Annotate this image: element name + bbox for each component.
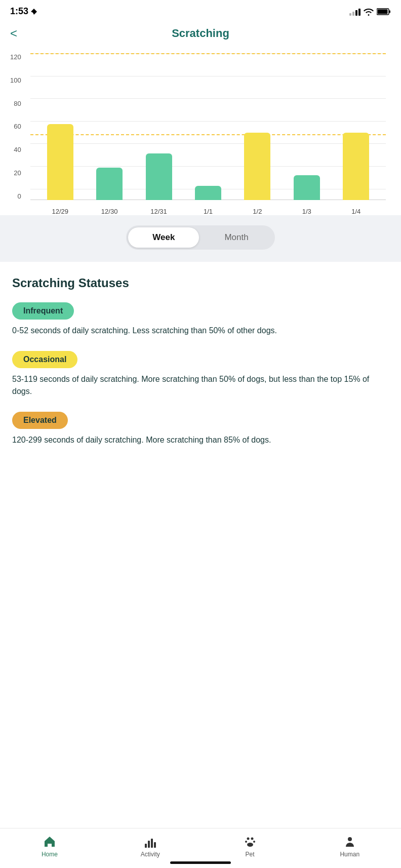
svg-point-9 (245, 841, 247, 843)
desc-elevated: 120-299 seconds of daily scratching. Mor… (12, 434, 389, 446)
y-label-80: 80 (14, 100, 21, 107)
svg-point-8 (251, 838, 253, 840)
signal-icon (349, 8, 360, 16)
content-section: Scratching Statuses Infrequent 0-52 seco… (0, 262, 401, 511)
nav-item-pet[interactable]: Pet (243, 835, 257, 858)
status-item-elevated: Elevated 120-299 seconds of daily scratc… (12, 412, 389, 446)
home-indicator (170, 861, 231, 864)
header: < Scratching (0, 21, 401, 48)
y-label-60: 60 (14, 123, 21, 130)
status-item-occasional: Occasional 53-119 seconds of daily scrat… (12, 351, 389, 398)
activity-icon (143, 835, 157, 849)
svg-rect-5 (151, 839, 153, 848)
svg-rect-2 (389, 10, 391, 13)
badge-infrequent: Infrequent (12, 302, 74, 320)
toggle-container: Week Month (0, 215, 401, 262)
x-label-13: 1/3 (282, 208, 331, 215)
nav-label-activity: Activity (141, 851, 160, 858)
bar-1230 (96, 168, 123, 201)
svg-point-11 (247, 843, 253, 847)
badge-elevated: Elevated (12, 412, 68, 429)
svg-point-10 (253, 841, 255, 843)
y-label-40: 40 (14, 146, 21, 153)
status-time: 1:53 (10, 6, 28, 17)
svg-point-7 (247, 838, 249, 840)
y-label-120: 120 (10, 53, 21, 61)
nav-label-human: Human (340, 851, 359, 858)
x-label-1229: 12/29 (35, 208, 85, 215)
nav-label-home: Home (42, 851, 58, 858)
x-axis: 12/29 12/30 12/31 1/1 1/2 1/3 1/4 (30, 208, 386, 215)
nav-item-human[interactable]: Human (340, 835, 359, 858)
bar-group-1229 (35, 124, 85, 201)
x-label-11: 1/1 (183, 208, 232, 215)
bar-1231 (146, 153, 172, 200)
back-button[interactable]: < (10, 27, 17, 40)
bar-group-14 (332, 133, 381, 200)
svg-rect-6 (154, 842, 156, 848)
toggle-group: Week Month (126, 225, 274, 250)
bar-group-1230 (85, 168, 134, 201)
page-title: Scratching (172, 27, 229, 40)
battery-icon (377, 8, 391, 15)
chart-inner: 120 100 80 60 40 20 0 (30, 53, 386, 215)
bar-12 (244, 133, 270, 200)
y-label-0: 0 (17, 192, 21, 200)
desc-occasional: 53-119 seconds of daily scratching. More… (12, 373, 389, 398)
bar-13 (294, 175, 320, 200)
nav-item-home[interactable]: Home (42, 835, 58, 858)
location-icon (30, 8, 37, 15)
svg-rect-4 (148, 841, 150, 848)
pet-icon (243, 835, 257, 849)
x-label-14: 1/4 (332, 208, 381, 215)
status-item-infrequent: Infrequent 0-52 seconds of daily scratch… (12, 302, 389, 337)
status-bar: 1:53 (0, 0, 401, 21)
section-title: Scratching Statuses (12, 276, 389, 290)
bar-group-13 (282, 175, 331, 200)
human-icon (343, 835, 357, 849)
y-axis: 120 100 80 60 40 20 0 (10, 53, 24, 200)
bar-group-11 (183, 186, 232, 200)
y-label-100: 100 (10, 76, 21, 84)
nav-item-activity[interactable]: Activity (141, 835, 160, 858)
bar-14 (343, 133, 369, 200)
badge-occasional: Occasional (12, 351, 77, 368)
svg-rect-1 (378, 9, 388, 14)
desc-infrequent: 0-52 seconds of daily scratching. Less s… (12, 325, 389, 337)
y-label-20: 20 (14, 169, 21, 177)
month-toggle-btn[interactable]: Month (200, 227, 272, 248)
x-label-12: 1/2 (233, 208, 282, 215)
bar-11 (195, 186, 221, 200)
bar-1229 (47, 124, 73, 201)
nav-label-pet: Pet (246, 851, 255, 858)
bar-group-1231 (134, 153, 183, 200)
chart-container: 120 100 80 60 40 20 0 (0, 48, 401, 215)
svg-point-12 (348, 837, 352, 841)
week-toggle-btn[interactable]: Week (128, 227, 199, 248)
bars-area (30, 53, 386, 200)
bar-group-12 (233, 133, 282, 200)
wifi-icon (364, 8, 374, 16)
x-label-1231: 12/31 (134, 208, 183, 215)
x-label-1230: 12/30 (85, 208, 134, 215)
svg-rect-3 (145, 844, 147, 848)
status-icons (349, 8, 391, 16)
home-icon (43, 835, 57, 849)
